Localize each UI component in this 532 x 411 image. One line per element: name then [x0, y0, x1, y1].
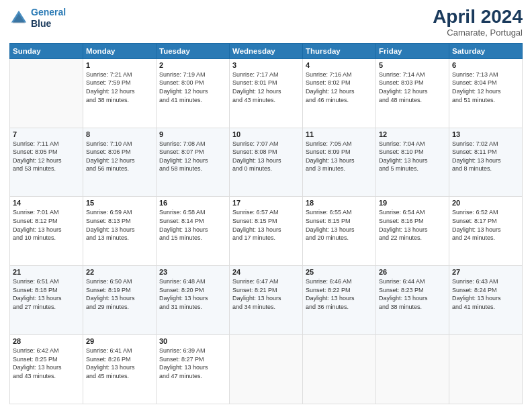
day-info-line: Sunset: 8:06 PM — [86, 148, 131, 155]
day-number: 22 — [86, 268, 153, 276]
day-number: 19 — [379, 199, 446, 207]
day-info-line: Sunset: 8:09 PM — [306, 148, 351, 155]
calendar-week-row: 28Sunrise: 6:42 AMSunset: 8:25 PMDayligh… — [10, 335, 523, 404]
calendar-cell: 3Sunrise: 7:17 AMSunset: 8:01 PMDaylight… — [230, 58, 303, 128]
day-info-line: Sunrise: 6:58 AM — [159, 209, 206, 216]
calendar-cell: 15Sunrise: 6:59 AMSunset: 8:13 PMDayligh… — [83, 197, 157, 266]
logo: General Blue — [9, 7, 66, 30]
day-info-line: Sunrise: 6:55 AM — [306, 209, 352, 216]
calendar-week-row: 21Sunrise: 6:51 AMSunset: 8:18 PMDayligh… — [10, 266, 523, 335]
day-info-line: Sunrise: 7:19 AM — [159, 71, 206, 78]
day-info: Sunrise: 6:46 AMSunset: 8:22 PMDaylight:… — [306, 277, 373, 311]
day-info-line: Sunrise: 7:17 AM — [232, 71, 279, 78]
day-info-line: Daylight: 13 hours — [306, 157, 355, 164]
day-info: Sunrise: 6:47 AMSunset: 8:21 PMDaylight:… — [232, 277, 300, 311]
day-info: Sunrise: 7:02 AMSunset: 8:11 PMDaylight:… — [452, 140, 519, 173]
day-info-line: Sunset: 8:18 PM — [13, 287, 58, 293]
day-number: 29 — [86, 337, 153, 345]
day-info: Sunrise: 6:50 AMSunset: 8:19 PMDaylight:… — [86, 277, 153, 311]
day-info-line: Sunset: 8:27 PM — [159, 356, 204, 363]
day-info-line: and 34 minutes. — [232, 304, 275, 310]
col-wednesday: Wednesday — [230, 43, 303, 58]
day-info-line: Sunset: 8:00 PM — [159, 79, 204, 86]
day-info-line: Daylight: 13 hours — [13, 226, 62, 233]
day-number: 23 — [159, 268, 226, 276]
day-info-line: Sunrise: 7:11 AM — [13, 140, 59, 147]
day-info-line: and 24 minutes. — [452, 234, 495, 241]
day-info: Sunrise: 7:08 AMSunset: 8:07 PMDaylight:… — [159, 140, 226, 173]
day-info-line: Sunrise: 7:02 AM — [452, 140, 498, 147]
day-info-line: Sunrise: 7:10 AM — [86, 140, 132, 147]
day-info-line: Sunset: 8:01 PM — [232, 79, 277, 86]
day-number: 6 — [452, 61, 519, 69]
day-info-line: Daylight: 13 hours — [232, 295, 281, 302]
day-number: 4 — [306, 61, 373, 69]
day-info-line: Sunrise: 6:57 AM — [232, 209, 279, 216]
day-info-line: and 13 minutes. — [86, 234, 129, 241]
calendar-cell — [10, 58, 83, 128]
day-info: Sunrise: 6:52 AMSunset: 8:17 PMDaylight:… — [452, 208, 519, 242]
day-info-line: Daylight: 13 hours — [159, 364, 208, 371]
day-info-line: Daylight: 13 hours — [86, 295, 135, 302]
calendar-table: Sunday Monday Tuesday Wednesday Thursday… — [9, 43, 523, 404]
day-info-line: Daylight: 12 hours — [86, 157, 135, 164]
calendar-cell: 20Sunrise: 6:52 AMSunset: 8:17 PMDayligh… — [449, 197, 523, 266]
day-number: 25 — [306, 268, 373, 276]
day-number: 16 — [159, 199, 226, 207]
day-info-line: Sunset: 8:25 PM — [13, 356, 58, 363]
day-info-line: and 8 minutes. — [452, 165, 492, 172]
header: General Blue April 2024 Camarate, Portug… — [9, 7, 523, 38]
day-info-line: Sunset: 8:11 PM — [452, 148, 497, 155]
calendar-cell: 21Sunrise: 6:51 AMSunset: 8:18 PMDayligh… — [10, 266, 83, 335]
day-info: Sunrise: 6:43 AMSunset: 8:24 PMDaylight:… — [452, 277, 519, 311]
day-info-line: Daylight: 13 hours — [452, 157, 501, 164]
day-info-line: Sunrise: 6:42 AM — [13, 347, 59, 354]
calendar-cell: 26Sunrise: 6:44 AMSunset: 8:23 PMDayligh… — [376, 266, 449, 335]
page: General Blue April 2024 Camarate, Portug… — [0, 0, 532, 411]
day-info-line: and 48 minutes. — [379, 97, 422, 103]
day-info: Sunrise: 7:07 AMSunset: 8:08 PMDaylight:… — [232, 140, 300, 173]
day-number: 27 — [452, 268, 519, 276]
calendar-cell: 25Sunrise: 6:46 AMSunset: 8:22 PMDayligh… — [303, 266, 376, 335]
day-info: Sunrise: 7:19 AMSunset: 8:00 PMDaylight:… — [159, 71, 226, 104]
day-info-line: Daylight: 13 hours — [159, 226, 208, 233]
day-info-line: and 29 minutes. — [86, 304, 129, 310]
day-info-line: and 43 minutes. — [13, 373, 56, 379]
day-info-line: and 53 minutes. — [13, 165, 56, 172]
day-info: Sunrise: 6:57 AMSunset: 8:15 PMDaylight:… — [232, 208, 300, 242]
calendar-header-row: Sunday Monday Tuesday Wednesday Thursday… — [10, 43, 523, 58]
day-number: 3 — [232, 61, 300, 69]
day-info-line: and 51 minutes. — [452, 97, 495, 103]
calendar-cell: 17Sunrise: 6:57 AMSunset: 8:15 PMDayligh… — [230, 197, 303, 266]
day-info-line: Sunset: 8:17 PM — [452, 218, 497, 224]
day-info-line: Daylight: 13 hours — [86, 364, 135, 371]
day-info-line: Sunrise: 6:50 AM — [86, 278, 132, 285]
col-friday: Friday — [376, 43, 449, 58]
day-info-line: Sunset: 8:20 PM — [159, 287, 204, 293]
day-info-line: and 36 minutes. — [306, 304, 349, 310]
calendar-cell: 16Sunrise: 6:58 AMSunset: 8:14 PMDayligh… — [157, 197, 230, 266]
calendar-cell — [303, 335, 376, 404]
day-info-line: Daylight: 13 hours — [379, 157, 428, 164]
calendar-cell: 28Sunrise: 6:42 AMSunset: 8:25 PMDayligh… — [10, 335, 83, 404]
day-info-line: Daylight: 12 hours — [232, 88, 281, 95]
calendar-cell: 29Sunrise: 6:41 AMSunset: 8:26 PMDayligh… — [83, 335, 157, 404]
day-info: Sunrise: 7:04 AMSunset: 8:10 PMDaylight:… — [379, 140, 446, 173]
day-info-line: and 3 minutes. — [306, 165, 345, 172]
day-info-line: and 41 minutes. — [452, 304, 495, 310]
day-info-line: and 56 minutes. — [86, 165, 129, 172]
day-info-line: Sunrise: 6:44 AM — [379, 278, 425, 285]
day-number: 24 — [232, 268, 300, 276]
day-info-line: Daylight: 13 hours — [379, 226, 428, 233]
calendar-cell: 8Sunrise: 7:10 AMSunset: 8:06 PMDaylight… — [83, 128, 157, 197]
day-info-line: Daylight: 12 hours — [159, 88, 208, 95]
day-info-line: Sunrise: 6:59 AM — [86, 209, 132, 216]
day-info-line: Daylight: 12 hours — [159, 157, 208, 164]
day-info-line: and 45 minutes. — [86, 373, 129, 379]
day-info-line: and 0 minutes. — [232, 165, 272, 172]
day-info: Sunrise: 6:44 AMSunset: 8:23 PMDaylight:… — [379, 277, 446, 311]
day-number: 10 — [232, 130, 300, 138]
day-info-line: Sunrise: 7:14 AM — [379, 71, 425, 78]
calendar-cell: 27Sunrise: 6:43 AMSunset: 8:24 PMDayligh… — [449, 266, 523, 335]
day-info-line: Daylight: 13 hours — [306, 226, 355, 233]
